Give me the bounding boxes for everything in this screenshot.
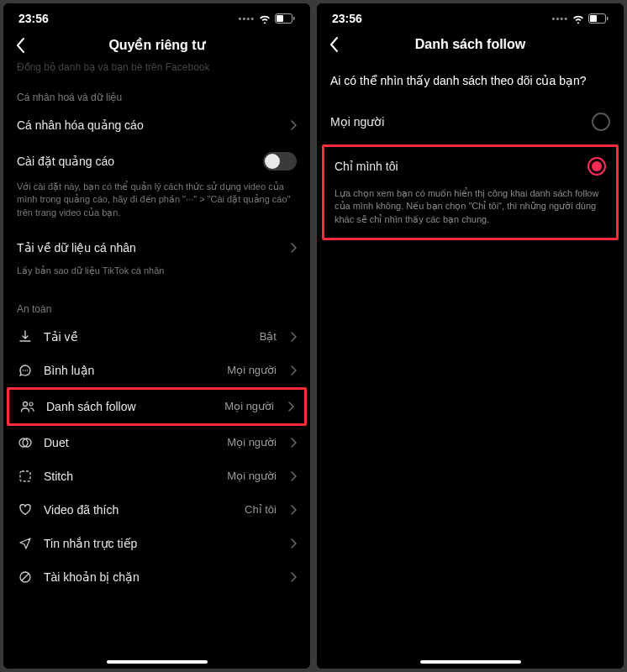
row-comments[interactable]: Bình luận Mọi người	[3, 354, 310, 387]
wifi-icon	[572, 13, 585, 24]
svg-rect-15	[607, 17, 609, 20]
chevron-right-icon	[290, 438, 297, 448]
duet-icon	[17, 436, 34, 449]
row-blocked-accounts[interactable]: Tài khoản bị chặn	[3, 560, 310, 594]
home-indicator[interactable]	[420, 660, 521, 664]
svg-point-4	[24, 370, 26, 371]
follow-list-question: Ai có thể nhìn thấy danh sách theo dõi c…	[317, 60, 624, 102]
svg-point-7	[29, 402, 33, 406]
status-icons: ••••	[552, 13, 609, 24]
chevron-right-icon	[290, 572, 297, 582]
back-button[interactable]	[15, 37, 25, 54]
download-icon	[17, 330, 34, 344]
section-header-safety: An toàn	[3, 285, 310, 320]
status-bar: 23:56 ••••	[317, 3, 624, 29]
row-label: Danh sách follow	[46, 400, 214, 413]
page-title: Quyền riêng tư	[108, 37, 204, 53]
row-follow-list[interactable]: Danh sách follow Mọi người	[9, 390, 304, 423]
row-stitch[interactable]: Stitch Mọi người	[3, 459, 310, 493]
row-direct-messages[interactable]: Tin nhắn trực tiếp	[3, 527, 310, 560]
row-label: Video đã thích	[44, 503, 234, 517]
option-only-me-desc: Lựa chọn xem bạn có muốn hiển thị công k…	[324, 186, 616, 234]
row-label: Tài khoản bị chặn	[44, 570, 280, 584]
chevron-right-icon	[290, 365, 297, 375]
row-value: Chỉ tôi	[245, 503, 277, 516]
nav-header: Quyền riêng tư	[3, 29, 310, 61]
stitch-icon	[17, 470, 34, 483]
battery-icon	[275, 13, 295, 24]
chevron-right-icon	[290, 538, 297, 549]
svg-rect-2	[293, 17, 295, 20]
cellular-dots-icon: ••••	[239, 13, 255, 24]
row-duet[interactable]: Duet Mọi người	[3, 426, 310, 459]
nav-header: Danh sách follow	[317, 29, 624, 60]
toggle-ad-settings[interactable]	[263, 152, 297, 171]
send-icon	[17, 537, 34, 550]
row-label: Cá nhân hóa quảng cáo	[17, 118, 280, 132]
phone-right: 23:56 •••• Danh sách follow Ai có thể nh…	[317, 3, 624, 669]
cellular-dots-icon: ••••	[552, 13, 568, 24]
faded-row: Đồng bộ danh bạ và bạn bè trên Facebook	[3, 61, 310, 80]
row-value: Mọi người	[227, 436, 277, 449]
row-label: Tải về	[44, 330, 250, 344]
battery-icon	[588, 13, 609, 24]
option-label: Chỉ mình tôi	[335, 160, 398, 173]
svg-point-5	[27, 370, 29, 371]
row-label: Stitch	[44, 470, 217, 483]
option-only-me[interactable]: Chỉ mình tôi	[324, 147, 616, 186]
row-label: Bình luận	[44, 364, 217, 377]
status-time: 23:56	[332, 12, 362, 25]
chevron-right-icon	[290, 505, 297, 515]
row-ad-personalization[interactable]: Cá nhân hóa quảng cáo	[3, 108, 310, 142]
download-data-desc: Lấy bản sao dữ liệu TikTok cá nhân	[3, 265, 310, 284]
people-icon	[19, 400, 36, 413]
option-label: Mọi người	[330, 115, 384, 129]
row-ad-settings[interactable]: Cài đặt quảng cáo	[3, 142, 310, 181]
wifi-icon	[258, 13, 271, 24]
row-label: Tải về dữ liệu cá nhân	[17, 241, 280, 255]
chevron-right-icon	[287, 402, 294, 412]
highlight-follow-list: Danh sách follow Mọi người	[7, 387, 307, 426]
status-bar: 23:56 ••••	[3, 3, 310, 29]
row-value: Mọi người	[227, 364, 277, 376]
svg-rect-10	[20, 471, 30, 481]
chevron-right-icon	[290, 243, 297, 253]
section-header-personal: Cá nhân hoá và dữ liệu	[3, 80, 310, 108]
row-liked-videos[interactable]: Video đã thích Chỉ tôi	[3, 493, 310, 527]
svg-rect-14	[590, 15, 597, 22]
highlight-only-me: Chỉ mình tôi Lựa chọn xem bạn có muốn hi…	[322, 144, 619, 240]
status-time: 23:56	[18, 12, 49, 25]
option-everyone[interactable]: Mọi người	[317, 102, 624, 141]
chevron-right-icon	[290, 332, 297, 342]
radio-selected-icon[interactable]	[587, 157, 606, 176]
ad-settings-desc: Với cài đặt này, bạn có thể quản lý cách…	[3, 181, 310, 226]
row-value: Mọi người	[224, 400, 274, 412]
status-icons: ••••	[239, 13, 295, 24]
radio-unselected-icon[interactable]	[592, 113, 610, 131]
row-download[interactable]: Tải về Bật	[3, 320, 310, 354]
chevron-right-icon	[290, 120, 297, 130]
row-value: Bật	[260, 330, 277, 343]
heart-icon	[17, 503, 34, 517]
home-indicator[interactable]	[107, 660, 208, 664]
block-icon	[17, 570, 34, 584]
row-download-data[interactable]: Tải về dữ liệu cá nhân	[3, 226, 310, 265]
row-label: Cài đặt quảng cáo	[17, 155, 253, 168]
svg-point-6	[24, 402, 28, 406]
page-title: Danh sách follow	[415, 37, 526, 52]
row-value: Mọi người	[227, 470, 277, 482]
row-label: Duet	[44, 436, 217, 449]
row-label: Tin nhắn trực tiếp	[44, 537, 280, 550]
comment-icon	[17, 364, 34, 377]
svg-rect-1	[277, 15, 283, 22]
svg-line-12	[22, 574, 29, 580]
svg-point-3	[23, 370, 24, 371]
back-button[interactable]	[329, 36, 339, 53]
phone-left: 23:56 •••• Quyền riêng tư Đồng bộ danh b…	[3, 3, 310, 669]
chevron-right-icon	[290, 471, 297, 481]
